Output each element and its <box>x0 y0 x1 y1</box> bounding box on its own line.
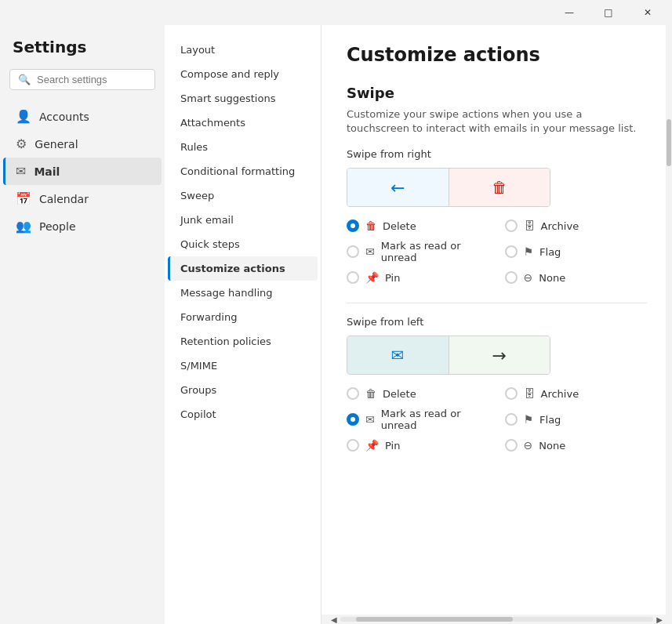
maximize-button[interactable]: □ <box>590 0 627 25</box>
flag-l-label: Flag <box>539 414 561 426</box>
option-delete-l[interactable]: 🗑 Delete <box>347 387 489 400</box>
mark-l-icon: ✉ <box>365 413 375 426</box>
scroll-track <box>340 617 654 622</box>
radio-archive-l[interactable] <box>505 387 518 400</box>
search-input[interactable] <box>37 74 147 85</box>
submenu-item-attachments[interactable]: Attachments <box>168 111 318 135</box>
submenu-item-groups[interactable]: Groups <box>168 378 318 402</box>
people-icon: 👥 <box>16 219 31 234</box>
submenu-nav: LayoutCompose and replySmart suggestions… <box>165 38 321 426</box>
mail-icon: ✉ <box>16 164 26 179</box>
vertical-scrollbar[interactable] <box>666 25 672 624</box>
close-button[interactable]: ✕ <box>630 0 666 25</box>
radio-none-l[interactable] <box>505 439 518 452</box>
search-box[interactable]: 🔍 <box>9 69 155 90</box>
none-r-icon: ⊖ <box>524 271 533 284</box>
sidebar-item-accounts[interactable]: 👤Accounts <box>3 103 162 130</box>
submenu-item-rules[interactable]: Rules <box>168 135 318 159</box>
option-flag-l[interactable]: ⚑ Flag <box>505 408 648 431</box>
swipe-left-right-btn[interactable]: → <box>449 336 550 374</box>
radio-archive-r[interactable] <box>505 219 518 232</box>
sidebar-nav: 👤Accounts⚙General✉Mail📅Calendar👥People <box>0 103 165 240</box>
pin-r-label: Pin <box>385 272 400 284</box>
submenu-item-smime[interactable]: S/MIME <box>168 354 318 378</box>
minimize-button[interactable]: — <box>551 0 587 25</box>
option-none-r[interactable]: ⊖ None <box>505 271 648 284</box>
option-delete-r[interactable]: 🗑 Delete <box>347 219 489 232</box>
swipe-section-title: Swipe <box>347 85 647 101</box>
sidebar-item-calendar[interactable]: 📅Calendar <box>3 185 162 212</box>
archive-l-label: Archive <box>541 388 579 400</box>
sidebar-item-general[interactable]: ⚙General <box>3 130 162 158</box>
submenu: LayoutCompose and replySmart suggestions… <box>165 25 321 624</box>
option-flag-r[interactable]: ⚑ Flag <box>505 240 648 263</box>
settings-title: Settings <box>0 38 165 69</box>
flag-l-icon: ⚑ <box>524 413 534 426</box>
submenu-item-smart-suggestions[interactable]: Smart suggestions <box>168 86 318 111</box>
submenu-item-customize-actions[interactable]: Customize actions <box>168 256 318 281</box>
search-icon: 🔍 <box>18 74 31 85</box>
option-archive-r[interactable]: 🗄 Archive <box>505 219 648 232</box>
swipe-right-left-btn[interactable]: ← <box>347 169 449 206</box>
submenu-item-compose-reply[interactable]: Compose and reply <box>168 62 318 86</box>
radio-delete-l[interactable] <box>347 387 359 400</box>
sidebar-item-label: General <box>35 138 78 151</box>
swipe-left-left-btn[interactable]: ✉ <box>347 336 449 374</box>
swipe-right-right-btn[interactable]: 🗑 <box>449 169 550 206</box>
sidebar-item-people[interactable]: 👥People <box>3 212 162 240</box>
sidebar-item-label: Mail <box>34 165 60 178</box>
option-pin-l[interactable]: 📌 Pin <box>347 439 489 452</box>
swipe-from-left-label: Swipe from left <box>347 316 647 328</box>
radio-mark-l[interactable] <box>347 413 359 426</box>
radio-none-r[interactable] <box>505 271 518 284</box>
submenu-item-layout[interactable]: Layout <box>168 38 318 62</box>
option-archive-l[interactable]: 🗄 Archive <box>505 387 648 400</box>
submenu-item-forwarding[interactable]: Forwarding <box>168 305 318 329</box>
app-container: Settings 🔍 👤Accounts⚙General✉Mail📅Calend… <box>0 25 672 624</box>
delete-l-icon: 🗑 <box>365 387 376 400</box>
scroll-left-arrow[interactable]: ◀ <box>328 615 340 624</box>
radio-flag-l[interactable] <box>505 413 518 426</box>
option-mark-l[interactable]: ✉ Mark as read or unread <box>347 408 489 431</box>
scrollbar-thumb[interactable] <box>667 119 671 166</box>
mark-r-icon: ✉ <box>365 245 375 258</box>
radio-pin-l[interactable] <box>347 439 359 452</box>
radio-flag-r[interactable] <box>505 245 518 258</box>
option-pin-r[interactable]: 📌 Pin <box>347 271 489 284</box>
divider <box>347 303 647 303</box>
radio-pin-r[interactable] <box>347 271 359 284</box>
submenu-item-junk-email[interactable]: Junk email <box>168 208 318 232</box>
swipe-from-right-buttons: ← 🗑 <box>347 168 550 207</box>
sidebar-item-mail[interactable]: ✉Mail <box>3 158 162 185</box>
pin-l-label: Pin <box>385 440 400 452</box>
swipe-from-right-label: Swipe from right <box>347 148 647 160</box>
option-none-l[interactable]: ⊖ None <box>505 439 648 452</box>
sidebar-item-label: Accounts <box>39 111 89 123</box>
mark-r-label: Mark as read or unread <box>381 240 489 263</box>
submenu-item-message-handling[interactable]: Message handling <box>168 281 318 305</box>
horizontal-scrollbar[interactable]: ◀ ▶ <box>321 615 672 624</box>
scroll-thumb[interactable] <box>356 617 513 622</box>
swipe-from-left-buttons: ✉ → <box>347 336 550 375</box>
sidebar: Settings 🔍 👤Accounts⚙General✉Mail📅Calend… <box>0 25 165 624</box>
radio-mark-r[interactable] <box>347 245 359 258</box>
swipe-right-options: 🗑 Delete 🗄 Archive ✉ Mark as read or unr… <box>347 219 647 284</box>
page-title: Customize actions <box>347 44 647 66</box>
submenu-item-quick-steps[interactable]: Quick steps <box>168 232 318 256</box>
submenu-item-copilot[interactable]: Copilot <box>168 402 318 426</box>
main-content: Customize actions Swipe Customize your s… <box>321 25 672 615</box>
mark-l-label: Mark as read or unread <box>381 408 489 431</box>
submenu-item-sweep[interactable]: Sweep <box>168 183 318 208</box>
swipe-left-options: 🗑 Delete 🗄 Archive ✉ Mark as read or unr… <box>347 387 647 452</box>
delete-l-label: Delete <box>383 388 416 400</box>
pin-r-icon: 📌 <box>365 271 379 284</box>
option-mark-r[interactable]: ✉ Mark as read or unread <box>347 240 489 263</box>
flag-r-icon: ⚑ <box>524 245 534 258</box>
none-l-label: None <box>539 440 565 452</box>
scroll-right-arrow[interactable]: ▶ <box>653 615 666 624</box>
submenu-item-retention-policies[interactable]: Retention policies <box>168 329 318 354</box>
radio-delete-r[interactable] <box>347 219 359 232</box>
none-r-label: None <box>539 272 565 284</box>
archive-r-icon: 🗄 <box>524 219 535 232</box>
submenu-item-conditional-formatting[interactable]: Conditional formatting <box>168 159 318 183</box>
